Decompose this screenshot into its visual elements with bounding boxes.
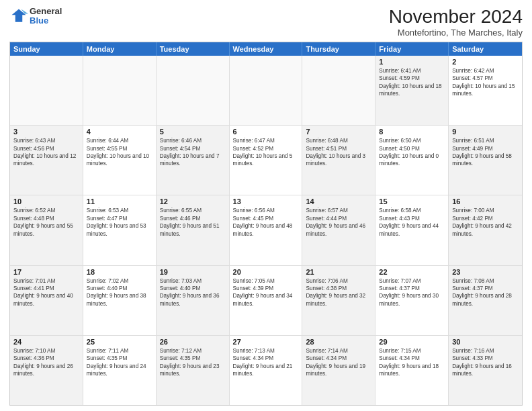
calendar: SundayMondayTuesdayWednesdayThursdayFrid… xyxy=(9,42,523,406)
cell-details: Sunrise: 7:03 AMSunset: 4:40 PMDaylight:… xyxy=(160,277,226,308)
cell-details: Sunrise: 7:10 AMSunset: 4:36 PMDaylight:… xyxy=(13,347,79,378)
calendar-cell-12: 12Sunrise: 6:55 AMSunset: 4:46 PMDayligh… xyxy=(157,195,230,265)
calendar-cell-empty xyxy=(83,56,157,125)
calendar-cell-24: 24Sunrise: 7:10 AMSunset: 4:36 PMDayligh… xyxy=(10,336,83,405)
day-number: 3 xyxy=(13,128,79,136)
calendar-cell-5: 5Sunrise: 6:46 AMSunset: 4:54 PMDaylight… xyxy=(157,126,230,195)
calendar-cell-6: 6Sunrise: 6:47 AMSunset: 4:52 PMDaylight… xyxy=(230,126,303,195)
day-number: 19 xyxy=(160,268,226,276)
calendar-cell-7: 7Sunrise: 6:48 AMSunset: 4:51 PMDaylight… xyxy=(302,126,375,195)
cell-details: Sunrise: 6:57 AMSunset: 4:44 PMDaylight:… xyxy=(306,207,371,238)
day-number: 18 xyxy=(87,268,152,276)
cell-details: Sunrise: 6:53 AMSunset: 4:47 PMDaylight:… xyxy=(87,207,152,238)
location-title: Montefortino, The Marches, Italy xyxy=(389,28,523,38)
cell-details: Sunrise: 7:14 AMSunset: 4:34 PMDaylight:… xyxy=(306,347,371,378)
logo-general: General xyxy=(30,7,62,16)
cell-details: Sunrise: 7:12 AMSunset: 4:35 PMDaylight:… xyxy=(160,347,226,378)
header: General Blue November 2024 Montefortino,… xyxy=(9,7,523,38)
calendar-row-3: 10Sunrise: 6:52 AMSunset: 4:48 PMDayligh… xyxy=(10,195,522,265)
calendar-cell-14: 14Sunrise: 6:57 AMSunset: 4:44 PMDayligh… xyxy=(302,195,375,265)
cell-details: Sunrise: 6:42 AMSunset: 4:57 PMDaylight:… xyxy=(452,67,519,98)
calendar-cell-20: 20Sunrise: 7:05 AMSunset: 4:39 PMDayligh… xyxy=(230,266,303,335)
weekday-header-monday: Monday xyxy=(83,42,157,56)
calendar-cell-16: 16Sunrise: 7:00 AMSunset: 4:42 PMDayligh… xyxy=(449,195,522,265)
day-number: 5 xyxy=(160,128,226,136)
calendar-cell-26: 26Sunrise: 7:12 AMSunset: 4:35 PMDayligh… xyxy=(157,336,230,405)
day-number: 7 xyxy=(306,128,371,136)
logo: General Blue xyxy=(9,7,62,26)
day-number: 9 xyxy=(452,128,519,136)
calendar-cell-empty xyxy=(10,56,83,125)
calendar-cell-18: 18Sunrise: 7:02 AMSunset: 4:40 PMDayligh… xyxy=(83,266,157,335)
cell-details: Sunrise: 7:00 AMSunset: 4:42 PMDaylight:… xyxy=(452,207,519,238)
cell-details: Sunrise: 6:48 AMSunset: 4:51 PMDaylight:… xyxy=(306,137,371,168)
cell-details: Sunrise: 6:50 AMSunset: 4:50 PMDaylight:… xyxy=(379,137,445,168)
cell-details: Sunrise: 7:06 AMSunset: 4:38 PMDaylight:… xyxy=(306,277,371,308)
day-number: 24 xyxy=(13,338,79,346)
calendar-cell-15: 15Sunrise: 6:58 AMSunset: 4:43 PMDayligh… xyxy=(375,195,449,265)
cell-details: Sunrise: 6:44 AMSunset: 4:55 PMDaylight:… xyxy=(87,137,152,168)
day-number: 21 xyxy=(306,268,371,276)
day-number: 6 xyxy=(233,128,299,136)
cell-details: Sunrise: 7:02 AMSunset: 4:40 PMDaylight:… xyxy=(87,277,152,308)
calendar-cell-10: 10Sunrise: 6:52 AMSunset: 4:48 PMDayligh… xyxy=(10,195,83,265)
month-title: November 2024 xyxy=(389,7,523,28)
calendar-cell-25: 25Sunrise: 7:11 AMSunset: 4:35 PMDayligh… xyxy=(83,336,157,405)
day-number: 20 xyxy=(233,268,299,276)
cell-details: Sunrise: 6:41 AMSunset: 4:59 PMDaylight:… xyxy=(379,67,445,98)
day-number: 2 xyxy=(452,58,519,66)
calendar-row-5: 24Sunrise: 7:10 AMSunset: 4:36 PMDayligh… xyxy=(10,336,522,405)
day-number: 10 xyxy=(13,197,79,205)
cell-details: Sunrise: 7:07 AMSunset: 4:37 PMDaylight:… xyxy=(379,277,445,308)
cell-details: Sunrise: 6:52 AMSunset: 4:48 PMDaylight:… xyxy=(13,207,79,238)
weekday-header-wednesday: Wednesday xyxy=(230,42,303,56)
day-number: 23 xyxy=(452,268,519,276)
calendar-cell-29: 29Sunrise: 7:15 AMSunset: 4:34 PMDayligh… xyxy=(375,336,449,405)
day-number: 13 xyxy=(233,197,299,205)
weekday-header-saturday: Saturday xyxy=(449,42,522,56)
day-number: 12 xyxy=(160,197,226,205)
calendar-cell-21: 21Sunrise: 7:06 AMSunset: 4:38 PMDayligh… xyxy=(302,266,375,335)
calendar-body: 1Sunrise: 6:41 AMSunset: 4:59 PMDaylight… xyxy=(10,56,522,405)
calendar-row-2: 3Sunrise: 6:43 AMSunset: 4:56 PMDaylight… xyxy=(10,126,522,195)
day-number: 26 xyxy=(160,338,226,346)
cell-details: Sunrise: 7:13 AMSunset: 4:34 PMDaylight:… xyxy=(233,347,299,378)
cell-details: Sunrise: 6:51 AMSunset: 4:49 PMDaylight:… xyxy=(452,137,519,168)
logo-text: General Blue xyxy=(30,7,62,26)
calendar-cell-13: 13Sunrise: 6:56 AMSunset: 4:45 PMDayligh… xyxy=(230,195,303,265)
calendar-cell-23: 23Sunrise: 7:08 AMSunset: 4:37 PMDayligh… xyxy=(449,266,522,335)
day-number: 25 xyxy=(87,338,152,346)
calendar-cell-22: 22Sunrise: 7:07 AMSunset: 4:37 PMDayligh… xyxy=(375,266,449,335)
day-number: 16 xyxy=(452,197,519,205)
cell-details: Sunrise: 6:58 AMSunset: 4:43 PMDaylight:… xyxy=(379,207,445,238)
calendar-cell-9: 9Sunrise: 6:51 AMSunset: 4:49 PMDaylight… xyxy=(449,126,522,195)
day-number: 8 xyxy=(379,128,445,136)
calendar-cell-empty xyxy=(302,56,375,125)
logo-icon xyxy=(9,7,28,26)
calendar-cell-2: 2Sunrise: 6:42 AMSunset: 4:57 PMDaylight… xyxy=(449,56,522,125)
day-number: 29 xyxy=(379,338,445,346)
cell-details: Sunrise: 7:05 AMSunset: 4:39 PMDaylight:… xyxy=(233,277,299,308)
calendar-cell-17: 17Sunrise: 7:01 AMSunset: 4:41 PMDayligh… xyxy=(10,266,83,335)
calendar-cell-27: 27Sunrise: 7:13 AMSunset: 4:34 PMDayligh… xyxy=(230,336,303,405)
day-number: 14 xyxy=(306,197,371,205)
calendar-row-4: 17Sunrise: 7:01 AMSunset: 4:41 PMDayligh… xyxy=(10,266,522,336)
day-number: 27 xyxy=(233,338,299,346)
day-number: 17 xyxy=(13,268,79,276)
calendar-cell-empty xyxy=(157,56,230,125)
cell-details: Sunrise: 6:43 AMSunset: 4:56 PMDaylight:… xyxy=(13,137,79,168)
day-number: 4 xyxy=(87,128,152,136)
calendar-cell-1: 1Sunrise: 6:41 AMSunset: 4:59 PMDaylight… xyxy=(375,56,449,125)
cell-details: Sunrise: 7:16 AMSunset: 4:33 PMDaylight:… xyxy=(452,347,519,378)
logo-blue: Blue xyxy=(30,16,62,26)
calendar-cell-11: 11Sunrise: 6:53 AMSunset: 4:47 PMDayligh… xyxy=(83,195,157,265)
day-number: 15 xyxy=(379,197,445,205)
cell-details: Sunrise: 7:01 AMSunset: 4:41 PMDaylight:… xyxy=(13,277,79,308)
weekday-header-thursday: Thursday xyxy=(302,42,375,56)
day-number: 22 xyxy=(379,268,445,276)
cell-details: Sunrise: 6:46 AMSunset: 4:54 PMDaylight:… xyxy=(160,137,226,168)
cell-details: Sunrise: 7:11 AMSunset: 4:35 PMDaylight:… xyxy=(87,347,152,378)
calendar-cell-4: 4Sunrise: 6:44 AMSunset: 4:55 PMDaylight… xyxy=(83,126,157,195)
calendar-header: SundayMondayTuesdayWednesdayThursdayFrid… xyxy=(10,42,522,56)
day-number: 1 xyxy=(379,58,445,66)
